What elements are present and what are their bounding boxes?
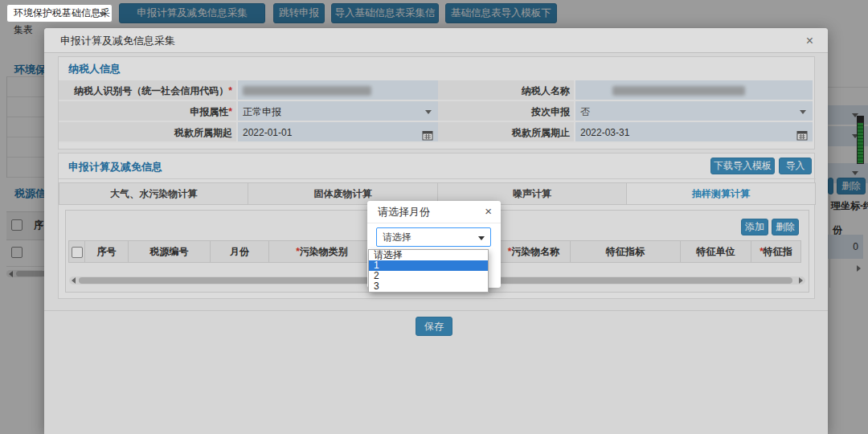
month-option-list: 请选择 1 2 3 <box>368 249 489 293</box>
chevron-down-icon <box>478 236 485 240</box>
screen: 申报计算及减免信息采集 跳转申报 导入基础信息表采集信息 基础信息表导入模板下载… <box>0 0 868 434</box>
month-option[interactable]: 3 <box>369 281 488 292</box>
close-icon[interactable]: × <box>485 201 492 222</box>
month-select[interactable]: 请选择 <box>376 227 491 247</box>
month-option[interactable]: 请选择 <box>369 250 488 260</box>
month-select-value: 请选择 <box>383 231 411 243</box>
month-option[interactable]: 2 <box>369 271 488 281</box>
form-type-select[interactable]: 环境保护税基础信息采集表 <box>6 4 113 23</box>
month-dialog-title: 请选择月份 <box>378 201 430 223</box>
chevron-down-icon <box>99 12 105 16</box>
month-dialog-header: 请选择月份 × <box>367 201 501 223</box>
month-option-selected[interactable]: 1 <box>369 260 488 271</box>
